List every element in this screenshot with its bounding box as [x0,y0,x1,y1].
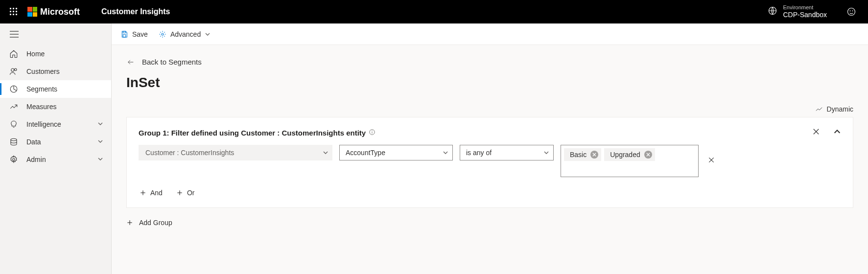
dynamic-toggle[interactable]: Dynamic [815,105,853,113]
svg-rect-22 [123,31,125,33]
svg-point-16 [11,68,14,71]
remove-value-icon[interactable] [590,151,598,159]
svg-rect-8 [16,14,17,15]
sidebar-item-label: Measures [26,103,111,111]
left-nav: Home Customers Segments Measures Intelli… [0,23,112,274]
values-input[interactable]: Basic Upgraded [561,145,699,177]
sidebar-item-label: Admin [26,156,97,163]
sidebar-item-measures[interactable]: Measures [0,98,111,115]
attribute-selector[interactable]: AccountType [339,145,453,160]
measures-icon [9,102,19,112]
svg-point-28 [372,131,373,131]
delete-group-icon[interactable] [812,127,821,138]
group-card: Group 1: Filter defined using Customer :… [126,117,853,208]
microsoft-logo: Microsoft [27,7,80,17]
gear-icon [9,155,19,164]
chart-line-icon [815,105,823,113]
back-to-segments-link[interactable]: Back to Segments [112,45,868,66]
svg-point-24 [162,33,164,35]
hamburger-icon[interactable] [0,23,111,45]
svg-rect-4 [13,11,14,12]
svg-point-21 [13,159,15,161]
svg-rect-0 [10,8,11,9]
back-label: Back to Segments [142,58,202,66]
sidebar-item-label: Segments [26,85,111,93]
brand-label: Microsoft [40,7,80,17]
filter-row: Customer : CustomerInsights AccountType … [139,145,841,177]
data-icon [9,137,19,147]
environment-label: Environment [783,4,827,11]
svg-point-10 [848,8,855,16]
value-pill: Upgraded [604,148,655,161]
operator-selector[interactable]: is any of [460,145,554,160]
home-icon [9,49,19,59]
app-title: Customer Insights [101,7,170,16]
remove-value-icon[interactable] [644,151,652,159]
plus-icon [126,219,133,226]
app-launcher-icon[interactable] [4,0,23,23]
or-label: Or [187,189,195,197]
attribute-value: AccountType [346,149,385,157]
collapse-group-icon[interactable] [833,128,841,137]
entity-selector[interactable]: Customer : CustomerInsights [139,145,332,160]
operator-value: is any of [466,149,492,157]
globe-icon [768,6,777,18]
sidebar-item-customers[interactable]: Customers [0,63,111,80]
svg-rect-2 [16,8,17,9]
sidebar-item-segments[interactable]: Segments [0,80,111,98]
plus-icon [140,189,146,196]
pill-label: Upgraded [610,151,640,159]
sidebar-item-label: Customers [26,68,111,75]
plus-icon [176,189,183,196]
chevron-down-icon [443,150,448,156]
page-title: InSet [112,66,868,91]
or-button[interactable]: Or [176,189,195,197]
svg-point-17 [15,68,17,71]
app-header: Microsoft Customer Insights Environment … [0,0,868,23]
feedback-icon[interactable] [842,0,861,23]
svg-point-12 [852,11,853,11]
value-pill: Basic [564,148,601,161]
intelligence-icon [9,119,19,129]
and-button[interactable]: And [140,189,163,197]
svg-rect-23 [123,34,125,37]
and-label: And [150,189,163,197]
microsoft-logo-icon [27,7,37,17]
chevron-down-icon [97,156,103,163]
environment-selector[interactable]: Environment CDP-Sandbox [768,4,827,19]
chevron-down-icon [323,150,328,156]
save-button[interactable]: Save [119,28,149,40]
environment-name: CDP-Sandbox [783,11,827,19]
svg-rect-6 [10,14,11,15]
chevron-down-icon [97,120,103,128]
add-group-label: Add Group [139,219,172,227]
chevron-down-icon [97,138,103,146]
customers-icon [9,67,19,76]
sidebar-item-admin[interactable]: Admin [0,151,111,168]
sidebar-item-data[interactable]: Data [0,133,111,151]
group-header-text: Group 1: Filter defined using Customer :… [139,129,366,137]
svg-rect-5 [16,11,17,12]
chevron-down-icon [543,150,549,156]
add-group-button[interactable]: Add Group [126,219,868,227]
chevron-down-icon [205,31,211,37]
sidebar-item-label: Home [26,50,111,58]
svg-rect-1 [13,8,14,9]
dynamic-label: Dynamic [827,105,853,113]
sidebar-item-intelligence[interactable]: Intelligence [0,115,111,133]
remove-filter-icon[interactable] [707,156,715,166]
entity-value: Customer : CustomerInsights [145,149,234,157]
segments-icon [9,84,19,94]
main-content: Save Advanced Back to Segments InSet Dyn… [112,23,868,274]
sidebar-item-home[interactable]: Home [0,45,111,63]
sidebar-item-label: Data [26,138,97,146]
svg-rect-7 [13,14,14,15]
info-icon[interactable] [369,129,375,137]
command-bar: Save Advanced [112,23,868,45]
pill-label: Basic [570,151,586,159]
sidebar-item-label: Intelligence [26,120,97,128]
advanced-button[interactable]: Advanced [158,28,211,40]
advanced-label: Advanced [170,30,201,38]
save-label: Save [132,30,148,38]
svg-point-11 [850,11,850,11]
